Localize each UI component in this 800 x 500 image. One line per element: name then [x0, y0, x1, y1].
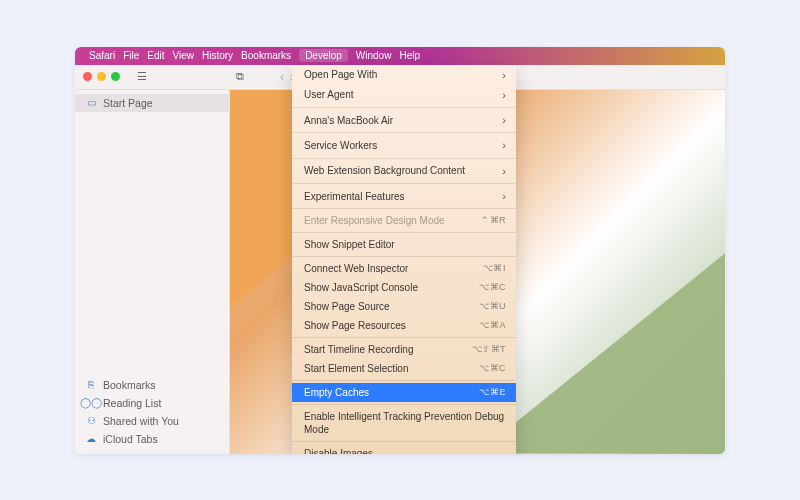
menu-item[interactable]: Open Page With — [292, 65, 516, 85]
sidebar-item-reading-list[interactable]: ◯◯ Reading List — [75, 394, 229, 412]
menubar: Safari File Edit View History Bookmarks … — [75, 47, 725, 65]
menu-shortcut: ⌃⌘R — [481, 215, 506, 227]
menu-file[interactable]: File — [123, 50, 139, 61]
tab-overview-icon[interactable]: ⧉ — [232, 69, 248, 85]
sidebar: ▭ Start Page ⎘ Bookmarks ◯◯ Reading List… — [75, 90, 230, 454]
sidebar-item-label: iCloud Tabs — [103, 433, 158, 445]
menu-shortcut: ⌥⌘I — [483, 263, 506, 275]
close-button[interactable] — [83, 72, 92, 81]
menu-help[interactable]: Help — [399, 50, 420, 61]
menu-item-label: User Agent — [304, 88, 353, 101]
menu-item-label: Connect Web Inspector — [304, 262, 408, 275]
menu-item-label: Show Page Resources — [304, 319, 406, 332]
menu-item-label: Anna's MacBook Air — [304, 114, 393, 127]
glasses-icon: ◯◯ — [85, 397, 97, 408]
sidebar-item-shared[interactable]: ⚇ Shared with You — [75, 412, 229, 430]
menu-safari[interactable]: Safari — [89, 50, 115, 61]
menu-history[interactable]: History — [202, 50, 233, 61]
menu-item-label: Show Page Source — [304, 300, 390, 313]
sidebar-item-bookmarks[interactable]: ⎘ Bookmarks — [75, 376, 229, 394]
menu-separator — [292, 158, 516, 159]
menu-item[interactable]: Show Page Resources⌥⌘A — [292, 316, 516, 335]
develop-menu: Open Page WithUser AgentAnna's MacBook A… — [292, 65, 516, 454]
menu-item-label: Start Timeline Recording — [304, 343, 414, 356]
sidebar-item-label: Shared with You — [103, 415, 179, 427]
menu-item-label: Enable Intelligent Tracking Prevention D… — [304, 410, 506, 436]
cloud-icon: ☁ — [85, 433, 97, 444]
menu-separator — [292, 441, 516, 442]
sidebar-item-icloud-tabs[interactable]: ☁ iCloud Tabs — [75, 430, 229, 448]
menu-item[interactable]: Show JavaScript Console⌥⌘C — [292, 278, 516, 297]
menu-item[interactable]: Start Element Selection⌥⌘C — [292, 359, 516, 378]
menu-separator — [292, 107, 516, 108]
menu-shortcut: ⌥⇧⌘T — [472, 344, 507, 356]
menu-shortcut: ⌥⌘U — [479, 301, 506, 313]
sidebar-item-label: Start Page — [103, 97, 153, 109]
minimize-button[interactable] — [97, 72, 106, 81]
menu-shortcut: ⌥⌘C — [479, 363, 506, 375]
sidebar-item-label: Reading List — [103, 397, 161, 409]
menu-item[interactable]: Start Timeline Recording⌥⇧⌘T — [292, 340, 516, 359]
menu-item-label: Service Workers — [304, 139, 377, 152]
menu-item-label: Enter Responsive Design Mode — [304, 214, 445, 227]
menu-item[interactable]: Anna's MacBook Air — [292, 110, 516, 130]
menu-bookmarks[interactable]: Bookmarks — [241, 50, 291, 61]
zoom-button[interactable] — [111, 72, 120, 81]
menu-separator — [292, 132, 516, 133]
menu-item[interactable]: Enable Intelligent Tracking Prevention D… — [292, 407, 516, 439]
menu-item-label: Empty Caches — [304, 386, 369, 399]
menu-item[interactable]: Empty Caches⌥⌘E — [292, 383, 516, 402]
menu-item[interactable]: Experimental Features — [292, 186, 516, 206]
menu-item-label: Start Element Selection — [304, 362, 409, 375]
menu-view[interactable]: View — [172, 50, 194, 61]
bookmark-icon: ⎘ — [85, 379, 97, 390]
window-controls — [83, 72, 120, 81]
sidebar-item-start-page[interactable]: ▭ Start Page — [75, 94, 229, 112]
menu-item-label: Show Snippet Editor — [304, 238, 395, 251]
safari-window: Safari File Edit View History Bookmarks … — [75, 47, 725, 454]
menu-item[interactable]: Connect Web Inspector⌥⌘I — [292, 259, 516, 278]
menu-separator — [292, 232, 516, 233]
menu-item-label: Experimental Features — [304, 190, 405, 203]
menu-item[interactable]: Service Workers — [292, 135, 516, 155]
menu-item-label: Web Extension Background Content — [304, 164, 465, 177]
menu-item-label: Show JavaScript Console — [304, 281, 418, 294]
menu-item-label: Disable Images — [304, 447, 373, 453]
menu-separator — [292, 183, 516, 184]
menu-shortcut: ⌥⌘C — [479, 282, 506, 294]
menu-item[interactable]: Web Extension Background Content — [292, 161, 516, 181]
menu-item[interactable]: Show Snippet Editor — [292, 235, 516, 254]
menu-window[interactable]: Window — [356, 50, 392, 61]
menu-item[interactable]: Show Page Source⌥⌘U — [292, 297, 516, 316]
menu-separator — [292, 256, 516, 257]
people-icon: ⚇ — [85, 415, 97, 426]
menu-item[interactable]: User Agent — [292, 85, 516, 105]
start-page-icon: ▭ — [85, 97, 97, 108]
menu-item-label: Open Page With — [304, 68, 377, 81]
menu-item: Enter Responsive Design Mode⌃⌘R — [292, 211, 516, 230]
menu-separator — [292, 380, 516, 381]
menu-separator — [292, 337, 516, 338]
menu-shortcut: ⌥⌘A — [479, 320, 506, 332]
menu-edit[interactable]: Edit — [147, 50, 164, 61]
menu-separator — [292, 208, 516, 209]
sidebar-item-label: Bookmarks — [103, 379, 156, 391]
sidebar-toggle-icon[interactable]: ☰ — [134, 69, 150, 85]
menu-shortcut: ⌥⌘E — [479, 387, 506, 399]
menu-separator — [292, 404, 516, 405]
menu-item[interactable]: Disable Images — [292, 444, 516, 453]
back-button[interactable]: ‹ — [280, 70, 284, 84]
menu-develop[interactable]: Develop — [299, 49, 348, 62]
